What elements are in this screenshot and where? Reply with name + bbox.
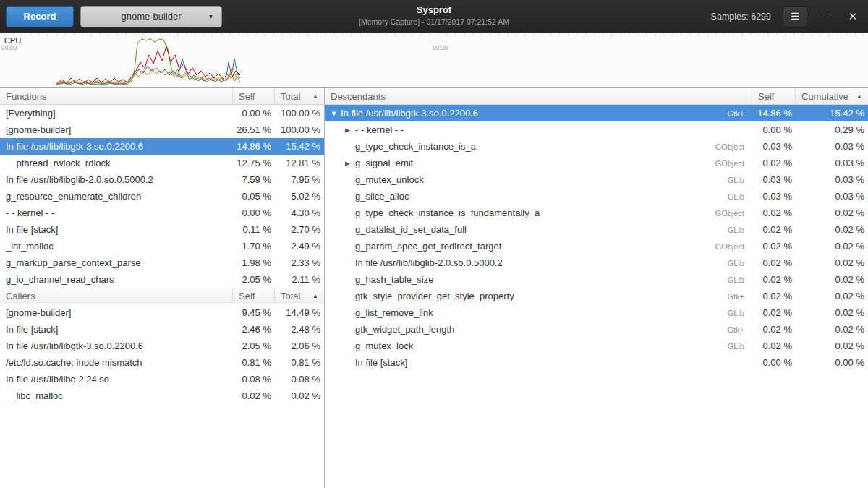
function-name: g_type_check_instance_is_a xyxy=(355,141,476,152)
self-percent: 7.59 % xyxy=(233,174,275,185)
hamburger-icon: ☰ xyxy=(791,11,799,22)
menu-button[interactable]: ☰ xyxy=(783,6,807,27)
function-name: In file /usr/lib/libc-2.24.so xyxy=(0,374,233,385)
expander-closed-icon[interactable]: ▶ xyxy=(345,160,355,167)
library-badge: GLib xyxy=(728,275,746,284)
total-percent: 0.81 % xyxy=(275,357,324,368)
self-percent: 0.02 % xyxy=(752,307,796,318)
self-percent: 0.02 % xyxy=(233,390,275,401)
descendants-column-header[interactable]: Descendants xyxy=(325,88,752,104)
library-badge: GLib xyxy=(728,342,746,351)
main-content: Functions Self Total ▲ [Everything]0.00 … xyxy=(0,88,868,488)
close-button[interactable]: ✕ xyxy=(843,6,862,27)
function-name: g_list_remove_link xyxy=(355,307,433,318)
descendants-name-cell: gtk_widget_path_lengthGtk+ xyxy=(325,324,752,335)
function-name: g_markup_parse_context_parse xyxy=(0,257,233,268)
expander-closed-icon[interactable]: ▶ xyxy=(345,127,355,134)
self-percent: 2.46 % xyxy=(233,324,275,335)
library-badge: GObject xyxy=(715,242,746,251)
callers-row[interactable]: /etc/ld.so.cache: inode mismatch0.81 %0.… xyxy=(0,354,324,371)
callers-total-column-header[interactable]: Total ▲ xyxy=(275,288,324,304)
process-selector-dropdown[interactable]: gnome-builder ▾ xyxy=(80,6,222,27)
library-badge: Gtk+ xyxy=(727,109,746,118)
self-percent: 9.45 % xyxy=(233,307,275,318)
descendants-name-cell: g_mutex_unlockGLib xyxy=(325,174,752,185)
function-name: - - kernel - - xyxy=(355,124,404,135)
self-percent: 1.98 % xyxy=(233,257,275,268)
functions-row[interactable]: [gnome-builder]26.51 %100.00 % xyxy=(0,121,324,138)
functions-column-header[interactable]: Functions xyxy=(0,88,233,104)
functions-row[interactable]: _int_malloc1.70 %2.49 % xyxy=(0,238,324,254)
function-name: _int_malloc xyxy=(0,241,233,252)
self-percent: 0.05 % xyxy=(233,191,275,202)
descendants-name-cell: ▶g_signal_emitGObject xyxy=(325,158,752,168)
descendants-row[interactable]: g_mutex_unlockGLib0.03 %0.03 % xyxy=(325,171,868,188)
expander-open-icon[interactable]: ▼ xyxy=(331,110,341,117)
total-percent: 2.06 % xyxy=(275,341,324,351)
descendants-name-cell: g_hash_table_sizeGLib xyxy=(325,274,752,285)
cumulative-percent: 0.02 % xyxy=(796,341,868,351)
function-name: - - kernel - - xyxy=(0,207,233,218)
total-percent: 2.48 % xyxy=(275,324,324,335)
descendants-row[interactable]: g_hash_table_sizeGLib0.02 %0.02 % xyxy=(325,271,868,288)
descendants-name-cell: g_list_remove_linkGLib xyxy=(325,307,752,318)
window-title-block: Sysprof [Memory Capture] - 01/17/2017 07… xyxy=(359,4,509,26)
callers-row[interactable]: __libc_malloc0.02 %0.02 % xyxy=(0,388,324,404)
callers-self-column-header[interactable]: Self xyxy=(233,288,275,304)
descendants-name-cell: g_type_check_instance_is_aGObject xyxy=(325,141,752,152)
descendants-row[interactable]: ▶- - kernel - -0.00 %0.29 % xyxy=(325,121,868,138)
descendants-row[interactable]: In file [stack]0.00 %0.00 % xyxy=(325,354,868,371)
functions-row[interactable]: In file /usr/lib/libglib-2.0.so.0.5000.2… xyxy=(0,171,324,188)
descendants-row[interactable]: g_param_spec_get_redirect_targetGObject0… xyxy=(325,238,868,254)
samples-count: Samples: 6299 xyxy=(711,12,771,22)
functions-row[interactable]: __pthread_rwlock_rdlock12.75 %12.81 % xyxy=(0,155,324,171)
functions-row[interactable]: [Everything]0.00 %100.00 % xyxy=(0,105,324,121)
descendants-row[interactable]: g_type_check_instance_is_fundamentally_a… xyxy=(325,205,868,221)
callers-row[interactable]: [gnome-builder]9.45 %14.49 % xyxy=(0,304,324,321)
function-name: In file [stack] xyxy=(355,357,407,368)
functions-row[interactable]: g_markup_parse_context_parse1.98 %2.33 % xyxy=(0,254,324,271)
functions-row[interactable]: - - kernel - -0.00 %4.30 % xyxy=(0,205,324,221)
callers-row[interactable]: In file /usr/lib/libc-2.24.so0.08 %0.08 … xyxy=(0,371,324,388)
descendants-row[interactable]: In file /usr/lib/libglib-2.0.so.0.5000.2… xyxy=(325,254,868,271)
callers-row[interactable]: In file [stack]2.46 %2.48 % xyxy=(0,321,324,338)
functions-row[interactable]: g_resource_enumerate_children0.05 %5.02 … xyxy=(0,188,324,205)
process-selector-label: gnome-builder xyxy=(121,11,181,22)
descendants-self-column-header[interactable]: Self xyxy=(752,88,796,104)
cpu-graph-area[interactable]: CPU 00:00 00:30 xyxy=(0,33,868,88)
total-percent: 2.49 % xyxy=(275,241,324,252)
descendants-name-cell: ▼In file /usr/lib/libgtk-3.so.0.2200.6Gt… xyxy=(325,108,752,119)
descendants-cumulative-column-header[interactable]: Cumulative ▲ xyxy=(796,88,868,104)
descendants-row[interactable]: g_list_remove_linkGLib0.02 %0.02 % xyxy=(325,304,868,321)
minimize-button[interactable]: ─ xyxy=(816,6,835,27)
total-percent: 2.33 % xyxy=(275,257,324,268)
descendants-name-cell: In file /usr/lib/libglib-2.0.so.0.5000.2… xyxy=(325,257,752,268)
functions-row[interactable]: g_io_channel_read_chars2.05 %2.11 % xyxy=(0,271,324,288)
descendants-row[interactable]: ▼In file /usr/lib/libgtk-3.so.0.2200.6Gt… xyxy=(325,105,868,121)
function-name: gtk_widget_path_length xyxy=(355,324,454,335)
record-button[interactable]: Record xyxy=(6,6,74,27)
library-badge: GLib xyxy=(728,192,746,201)
self-percent: 0.02 % xyxy=(752,257,796,268)
functions-row[interactable]: In file /usr/lib/libgtk-3.so.0.2200.614.… xyxy=(0,138,324,155)
descendants-row[interactable]: gtk_style_provider_get_style_propertyGtk… xyxy=(325,288,868,304)
functions-total-column-header[interactable]: Total ▲ xyxy=(275,88,324,104)
cumulative-percent: 0.29 % xyxy=(796,124,868,135)
cumulative-percent: 0.03 % xyxy=(796,174,868,185)
callers-column-header[interactable]: Callers xyxy=(0,288,233,304)
functions-table-header: Functions Self Total ▲ xyxy=(0,88,324,105)
descendants-row[interactable]: g_slice_allocGLib0.03 %0.03 % xyxy=(325,188,868,205)
descendants-row[interactable]: gtk_widget_path_lengthGtk+0.02 %0.02 % xyxy=(325,321,868,338)
descendants-row[interactable]: g_mutex_lockGLib0.02 %0.02 % xyxy=(325,338,868,354)
timeline-mid-label: 00:30 xyxy=(433,44,448,51)
function-name: [Everything] xyxy=(0,108,233,119)
descendants-row[interactable]: ▶g_signal_emitGObject0.02 %0.03 % xyxy=(325,155,868,171)
functions-self-column-header[interactable]: Self xyxy=(233,88,275,104)
callers-row[interactable]: In file /usr/lib/libgtk-3.so.0.2200.62.0… xyxy=(0,338,324,354)
function-name: g_resource_enumerate_children xyxy=(0,191,233,202)
descendants-row[interactable]: g_type_check_instance_is_aGObject0.03 %0… xyxy=(325,138,868,155)
total-percent: 12.81 % xyxy=(275,158,324,168)
library-badge: GLib xyxy=(728,176,746,184)
descendants-row[interactable]: g_datalist_id_set_data_fullGLib0.02 %0.0… xyxy=(325,221,868,238)
functions-row[interactable]: In file [stack]0.11 %2.70 % xyxy=(0,221,324,238)
